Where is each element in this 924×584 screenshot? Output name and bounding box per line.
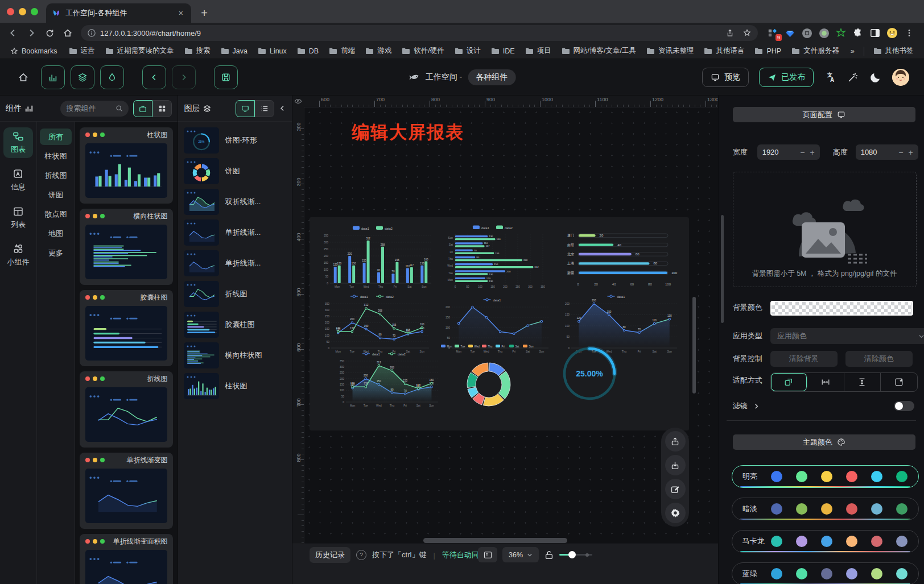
fit-scale-button[interactable]: [771, 373, 808, 391]
category-item[interactable]: 柱状图: [40, 148, 72, 164]
component-card[interactable]: 柱状图: [80, 127, 173, 204]
slider-thumb[interactable]: [568, 551, 576, 558]
bookmark-folder[interactable]: 近期需要读的文章: [101, 44, 179, 57]
bookmark-folder[interactable]: 运营: [64, 44, 100, 57]
category-item[interactable]: 折线图: [40, 167, 72, 184]
other-bookmarks[interactable]: 其他书签: [869, 44, 918, 57]
import-button[interactable]: [665, 455, 686, 475]
bookmarks-overflow[interactable]: »: [846, 45, 859, 57]
avatar[interactable]: [892, 69, 909, 86]
sidebar-item-0[interactable]: 图表: [3, 127, 33, 158]
reload-icon[interactable]: [41, 24, 58, 42]
bookmark-folder[interactable]: 资讯未整理: [642, 44, 699, 57]
layer-item[interactable]: 双折线渐...: [184, 189, 286, 215]
layer-item[interactable]: 横向柱状图: [184, 342, 286, 368]
workspace-name[interactable]: 各种组件: [468, 69, 515, 85]
category-item[interactable]: 散点图: [40, 206, 72, 222]
height-plus-button[interactable]: +: [908, 148, 913, 157]
layer-item[interactable]: 单折线渐...: [184, 219, 286, 246]
extension-star-icon[interactable]: [835, 27, 847, 39]
app-type-select[interactable]: 应用颜色: [770, 328, 924, 344]
category-item[interactable]: 所有: [40, 129, 72, 145]
zoom-select[interactable]: 36%: [502, 547, 539, 562]
new-tab-button[interactable]: +: [196, 5, 213, 22]
extension-puzzle-icon[interactable]: [852, 27, 864, 39]
bookmark-folder[interactable]: 游戏: [361, 44, 396, 57]
clear-background-button[interactable]: 清除背景: [770, 351, 838, 367]
panel-scrollbar[interactable]: [721, 215, 724, 323]
ruler-eye-icon[interactable]: [292, 96, 304, 107]
preview-button[interactable]: 预览: [702, 68, 749, 87]
zoom-slider[interactable]: [559, 551, 592, 559]
components-toolbar-button[interactable]: [41, 65, 65, 89]
address-bar[interactable]: 127.0.0.1:3000/#/chart/home/9: [81, 25, 758, 41]
sidebar-toggle-icon[interactable]: [869, 27, 881, 39]
bookmark-folder[interactable]: Linux: [253, 45, 291, 57]
category-item[interactable]: 更多: [40, 245, 72, 261]
bookmark-folder[interactable]: 软件/硬件: [397, 44, 448, 57]
layer-item[interactable]: 柱状图: [184, 373, 286, 399]
home-icon[interactable]: [59, 24, 76, 42]
layer-item[interactable]: 25%饼图-环形: [184, 127, 286, 154]
bookmarks-manager[interactable]: Bookmarks: [6, 45, 62, 57]
app-home-icon[interactable]: [15, 69, 32, 86]
width-input[interactable]: 1920 −+: [757, 144, 820, 160]
bookmark-star-icon[interactable]: [739, 24, 756, 42]
bookmark-folder[interactable]: 文件服务器: [787, 44, 844, 57]
layer-thumbnail-view[interactable]: [236, 100, 255, 117]
dark-mode-moon-icon[interactable]: [869, 71, 882, 84]
bookmark-folder[interactable]: DB: [292, 45, 323, 57]
horizontal-scrollbar[interactable]: [423, 538, 567, 543]
bookmark-folder[interactable]: Java: [216, 45, 252, 57]
minimize-window-icon[interactable]: [19, 8, 26, 15]
bookmark-folder[interactable]: 其他语言: [699, 44, 749, 57]
translate-icon[interactable]: 文A: [824, 71, 836, 84]
layer-list-view[interactable]: [255, 100, 274, 117]
extension-record-icon[interactable]: [818, 27, 830, 39]
settings-gear-icon[interactable]: [665, 503, 686, 523]
extension-gem-icon[interactable]: [784, 27, 795, 39]
filter-toolbar-button[interactable]: [100, 65, 124, 89]
collapse-panel-icon[interactable]: [279, 105, 286, 112]
site-info-icon[interactable]: [88, 29, 96, 37]
bookmark-folder[interactable]: 项目: [521, 44, 556, 57]
bookmark-folder[interactable]: 搜索: [180, 44, 215, 57]
component-card[interactable]: 单折线渐变面积图: [80, 534, 173, 584]
tab-close-icon[interactable]: ×: [176, 9, 185, 18]
chevron-right-icon[interactable]: [753, 403, 760, 409]
sidebar-item-1[interactable]: 信息: [3, 165, 33, 196]
bookmark-folder[interactable]: PHP: [750, 45, 786, 57]
theme-row-马卡龙[interactable]: 马卡龙: [732, 530, 919, 553]
component-card[interactable]: 胶囊柱图: [80, 290, 173, 366]
help-icon[interactable]: ?: [356, 550, 366, 560]
fit-width-button[interactable]: [807, 373, 844, 391]
forward-icon[interactable]: [23, 24, 40, 42]
bookmark-folder[interactable]: 设计: [450, 44, 485, 57]
theme-row-明亮[interactable]: 明亮: [732, 465, 919, 488]
search-input[interactable]: 搜索组件: [60, 101, 129, 117]
board-charts[interactable]: data1data2050100150200250300350Mon120130…: [310, 217, 689, 430]
canvas-text-widget[interactable]: 编辑大屏报表: [352, 121, 464, 144]
publish-button[interactable]: 已发布: [759, 68, 814, 87]
layers-toolbar-button[interactable]: [71, 65, 94, 89]
layer-item[interactable]: 胶囊柱图: [184, 312, 286, 338]
profile-emoji-icon[interactable]: [886, 27, 898, 39]
sidebar-item-3[interactable]: 小组件: [3, 240, 33, 271]
bookmark-folder[interactable]: 前端: [324, 44, 360, 57]
history-button[interactable]: 历史记录: [310, 547, 350, 563]
dashboard-board[interactable]: data1data2050100150200250300350Mon120130…: [310, 217, 689, 430]
toggle-grid-view[interactable]: [152, 100, 172, 117]
sidebar-item-2[interactable]: 列表: [3, 202, 33, 233]
category-item[interactable]: 饼图: [40, 187, 72, 203]
layer-item[interactable]: 饼图: [184, 158, 286, 184]
fit-height-button[interactable]: [844, 373, 881, 391]
page-config-header[interactable]: 页面配置: [733, 107, 915, 122]
fit-stretch-button[interactable]: [881, 373, 917, 391]
category-item[interactable]: 地图: [40, 225, 72, 242]
layer-item[interactable]: 折线图: [184, 281, 286, 307]
magic-wand-icon[interactable]: [847, 71, 859, 84]
theme-row-蓝绿[interactable]: 蓝绿: [732, 562, 919, 584]
extension-cmd-icon[interactable]: [801, 27, 812, 39]
theme-color-header[interactable]: 主题颜色: [733, 434, 915, 450]
export-button[interactable]: [665, 431, 686, 452]
